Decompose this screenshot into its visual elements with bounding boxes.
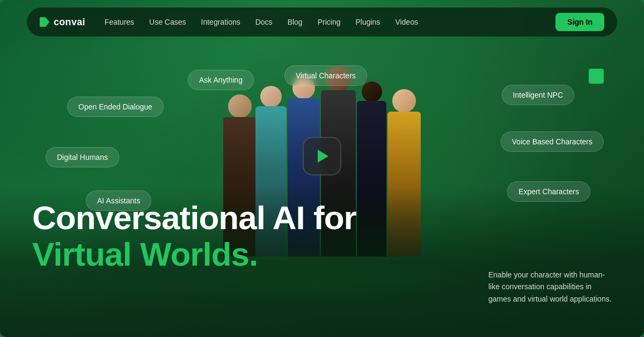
tag-intelligent-npc: Intelligent NPC [502, 85, 574, 105]
nav-plugins[interactable]: Plugins [355, 18, 380, 26]
nav-features[interactable]: Features [105, 18, 134, 26]
hero-title-line2: Virtual Worlds. [32, 236, 356, 273]
tag-digital-humans: Digital Humans [46, 147, 119, 167]
tag-voice-based-characters: Voice Based Characters [501, 131, 604, 152]
logo[interactable]: convai [40, 17, 85, 28]
hero-description: Enable your character with human-like co… [488, 269, 612, 305]
char5-head [362, 82, 382, 102]
nav-docs[interactable]: Docs [255, 18, 273, 26]
green-square-decoration [589, 69, 604, 84]
nav-videos[interactable]: Videos [395, 18, 418, 26]
nav-blog[interactable]: Blog [288, 18, 303, 26]
hero-title-line1: Conversational AI for [32, 200, 356, 236]
logo-icon [40, 17, 49, 27]
sign-in-button[interactable]: Sign In [555, 13, 604, 31]
tag-virtual-characters: Virtual Characters [284, 65, 367, 86]
tag-expert-characters: Expert Characters [507, 181, 590, 202]
play-icon [318, 150, 328, 163]
nav-pricing[interactable]: Pricing [318, 18, 341, 26]
nav-integrations[interactable]: Integrations [201, 18, 240, 26]
navbar: convai Features Use Cases Integrations D… [27, 8, 617, 36]
hero-title: Conversational AI for Virtual Worlds. [32, 200, 356, 273]
hero-section: Ask Anything Virtual Characters Intellig… [0, 0, 644, 337]
nav-links: Features Use Cases Integrations Docs Blo… [105, 18, 556, 26]
brand-name: convai [54, 17, 85, 28]
nav-use-cases[interactable]: Use Cases [149, 18, 186, 26]
play-button[interactable] [303, 137, 341, 175]
char6-head [392, 89, 416, 113]
char2-head [260, 86, 282, 107]
tag-ask-anything: Ask Anything [188, 70, 254, 90]
char1-head [228, 94, 252, 118]
tag-open-ended-dialogue: Open Ended Dialogue [67, 97, 164, 117]
